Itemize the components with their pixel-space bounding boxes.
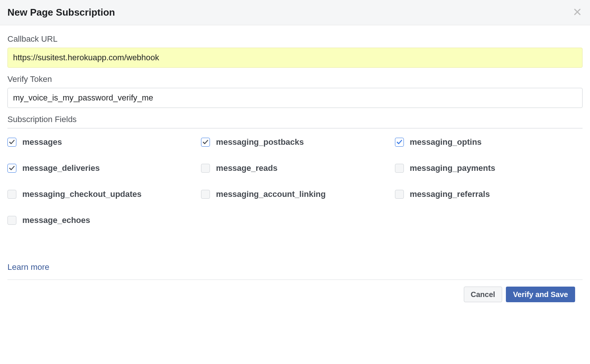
field-messaging-referrals: messaging_referrals [395,189,583,199]
verify-token-label: Verify Token [7,74,583,84]
modal-header: New Page Subscription [0,0,590,25]
field-label: message_reads [216,163,277,173]
checkbox-messaging-referrals[interactable] [395,190,404,199]
verify-token-input[interactable] [7,88,583,108]
checkbox-message-echoes[interactable] [7,216,16,225]
subscription-fields-grid: messages messaging_postbacks messaging_o… [7,128,583,225]
field-label: message_deliveries [22,163,100,173]
new-page-subscription-modal: New Page Subscription Callback URL Verif… [0,0,590,309]
checkbox-messaging-optins[interactable] [395,138,404,147]
check-icon [9,139,15,145]
field-label: messaging_referrals [410,189,490,199]
field-messaging-account-linking: messaging_account_linking [201,189,389,199]
field-label: messaging_account_linking [216,189,326,199]
close-icon [574,8,581,17]
checkbox-messages[interactable] [7,138,16,147]
field-label: messaging_checkout_updates [22,189,141,199]
verify-save-button[interactable]: Verify and Save [506,287,575,302]
checkbox-message-reads[interactable] [201,164,210,173]
field-label: message_echoes [22,215,90,225]
checkbox-messaging-payments[interactable] [395,164,404,173]
check-icon [9,165,15,171]
check-icon [396,139,402,145]
cancel-button[interactable]: Cancel [464,287,503,302]
field-label: messaging_payments [410,163,495,173]
checkbox-messaging-postbacks[interactable] [201,138,210,147]
field-message-deliveries: message_deliveries [7,163,195,173]
subscription-fields-label: Subscription Fields [7,115,583,124]
field-messaging-optins: messaging_optins [395,137,583,147]
field-messages: messages [7,137,195,147]
field-messaging-postbacks: messaging_postbacks [201,137,389,147]
callback-url-input[interactable] [7,48,583,68]
modal-footer: Cancel Verify and Save [7,280,583,309]
check-icon [202,139,208,145]
field-label: messaging_postbacks [216,137,304,147]
field-message-echoes: message_echoes [7,215,195,225]
close-button[interactable] [572,7,583,18]
checkbox-message-deliveries[interactable] [7,164,16,173]
field-label: messaging_optins [410,137,482,147]
field-messaging-payments: messaging_payments [395,163,583,173]
field-messaging-checkout-updates: messaging_checkout_updates [7,189,195,199]
modal-body: Callback URL Verify Token Subscription F… [0,25,590,280]
checkbox-messaging-account-linking[interactable] [201,190,210,199]
checkbox-messaging-checkout-updates[interactable] [7,190,16,199]
learn-more-link[interactable]: Learn more [7,262,50,272]
field-message-reads: message_reads [201,163,389,173]
callback-url-label: Callback URL [7,34,583,44]
modal-title: New Page Subscription [7,7,115,18]
field-label: messages [22,137,62,147]
